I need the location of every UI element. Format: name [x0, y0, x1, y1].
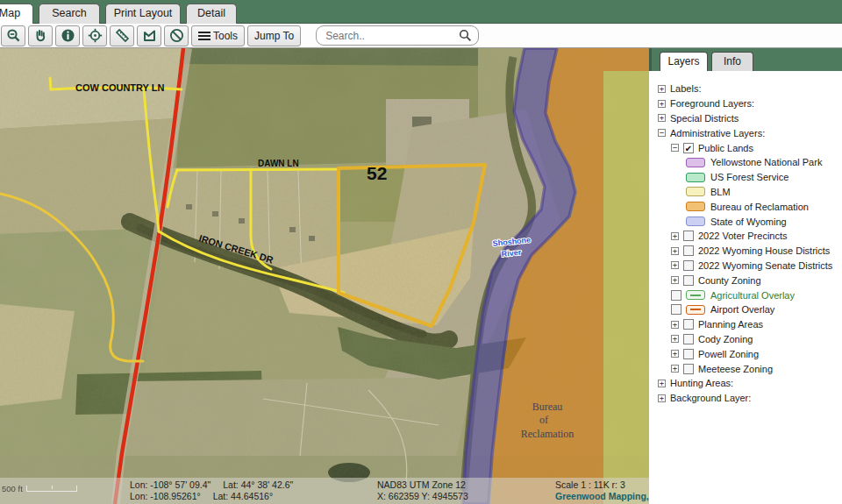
layer-row-special-districts[interactable]: +Special Districts [658, 111, 842, 126]
layer-row-planning-areas[interactable]: +Planning Areas [658, 317, 842, 332]
menu-icon [198, 31, 210, 41]
expand-toggle-icon[interactable]: + [671, 365, 679, 373]
measure-area-button[interactable] [137, 25, 161, 46]
measure-distance-button[interactable] [110, 25, 134, 46]
layer-row-2022-wyoming-house-districts[interactable]: +2022 Wyoming House Districts [658, 244, 842, 259]
layer-row-yellowstone-national-park[interactable]: Yellowstone National Park [658, 155, 842, 170]
road-label-dawn: DAWN LN [258, 159, 299, 168]
tab-map[interactable]: Map [0, 4, 33, 24]
expand-toggle-icon[interactable]: + [671, 247, 679, 255]
layer-tree: +Labels:+Foreground Layers:+Special Dist… [649, 71, 842, 406]
search-input[interactable] [316, 25, 479, 46]
scale-info: Scale 1 : 11K r: 3 Greenwood Mapping, In… [555, 479, 649, 502]
map-toolbar: Tools Jump To [0, 24, 842, 48]
dawn-ln-road [177, 169, 339, 170]
panel-tab-info[interactable]: Info [711, 52, 753, 71]
jump-to-button[interactable]: Jump To [247, 25, 301, 46]
expand-toggle-icon[interactable]: + [658, 394, 666, 402]
expand-toggle-icon[interactable]: + [658, 100, 666, 108]
map-viewport[interactable]: COW COUNTRY LN DAWN LN 52 IRON CREEK DR … [0, 48, 649, 504]
layer-row-agricultural-overlay[interactable]: Agricultural Overlay [658, 287, 842, 302]
expand-toggle-icon[interactable]: + [658, 380, 666, 387]
search-icon[interactable] [459, 29, 472, 42]
layer-label: Powell Zoning [698, 349, 759, 359]
layer-row-meeteese-zoning[interactable]: +Meeteese Zoning [658, 361, 842, 376]
layer-label: State of Wyoming [710, 217, 787, 227]
road-label-cow-country: COW COUNTRY LN [75, 82, 164, 93]
layer-label: Special Districts [670, 113, 739, 124]
layer-row-background-layer[interactable]: +Background Layer: [658, 391, 842, 406]
target-icon [88, 28, 103, 43]
identify-button[interactable] [55, 25, 80, 46]
layer-row-labels[interactable]: +Labels: [658, 82, 842, 96]
layer-row-2022-wyoming-senate-districts[interactable]: +2022 Wyoming Senate Districts [658, 259, 842, 273]
pan-button[interactable] [28, 25, 53, 46]
map-status-bar: 500 ft Lon: -108° 57' 09.4"Lat: 44° 38' … [0, 478, 649, 504]
legend-swatch [686, 217, 705, 226]
clear-selection-button[interactable] [164, 25, 189, 46]
layer-row-blm[interactable]: BLM [658, 185, 842, 200]
layer-row-public-lands[interactable]: −✔Public Lands [658, 140, 842, 155]
layer-row-2022-voter-precincts[interactable]: +2022 Voter Precincts [658, 229, 842, 244]
layer-row-bureau-of-reclamation[interactable]: Bureau of Reclamation [658, 199, 842, 214]
layer-checkbox[interactable] [683, 260, 694, 271]
layer-row-powell-zoning[interactable]: +Powell Zoning [658, 346, 842, 361]
tools-button-label: Tools [213, 30, 238, 42]
panel-header: Layers Info [649, 48, 842, 71]
layer-checkbox[interactable] [683, 231, 694, 241]
layer-label: Public Lands [698, 143, 753, 153]
layer-checkbox[interactable] [683, 364, 694, 374]
scale-bar-graphic [26, 486, 77, 492]
expand-toggle-icon[interactable]: + [671, 276, 679, 284]
tools-button[interactable]: Tools [191, 25, 245, 46]
app-window: Map Search Print Layout Detail [0, 0, 842, 504]
panel-tab-layers[interactable]: Layers [660, 52, 708, 71]
legend-swatch [686, 202, 705, 211]
scale-bar-label: 500 ft [2, 484, 23, 493]
brand-credit: Greenwood Mapping, Inc. [555, 491, 649, 502]
expand-toggle-icon[interactable]: − [658, 129, 666, 137]
layer-label: Hunting Areas: [670, 378, 733, 388]
expand-toggle-icon[interactable]: + [671, 350, 679, 358]
layer-checkbox[interactable] [671, 304, 681, 315]
layer-label: Meeteese Zoning [698, 364, 773, 374]
layer-checkbox[interactable] [683, 349, 694, 359]
layer-row-administrative-layers[interactable]: −Administrative Layers: [658, 125, 842, 140]
layer-row-hunting-areas[interactable]: +Hunting Areas: [658, 376, 842, 391]
info-icon [61, 28, 75, 43]
legend-swatch [686, 290, 705, 300]
layer-row-county-zoning[interactable]: +County Zoning [658, 273, 842, 287]
search-box [316, 25, 479, 46]
expand-toggle-icon[interactable]: + [671, 232, 679, 240]
layer-checkbox[interactable] [683, 319, 694, 330]
layer-label: County Zoning [698, 275, 761, 286]
tab-search[interactable]: Search [39, 4, 100, 24]
layer-row-state-of-wyoming[interactable]: State of Wyoming [658, 214, 842, 229]
layer-label: Airport Overlay [710, 304, 774, 315]
layer-checkbox[interactable] [683, 245, 694, 256]
layer-row-us-forest-service[interactable]: US Forest Service [658, 170, 842, 185]
tab-print-layout[interactable]: Print Layout [105, 4, 181, 24]
layer-label: BLM [710, 187, 731, 197]
expand-toggle-icon[interactable]: + [671, 261, 679, 269]
svg-text:Bureau: Bureau [532, 401, 563, 413]
cancel-icon [169, 28, 184, 43]
expand-toggle-icon[interactable]: + [658, 85, 666, 93]
layer-row-foreground-layers[interactable]: +Foreground Layers: [658, 96, 842, 111]
layer-checkbox[interactable] [683, 275, 694, 286]
layer-label: Planning Areas [698, 319, 763, 330]
magnifier-minus-icon [6, 28, 21, 43]
expand-toggle-icon[interactable]: + [671, 321, 679, 329]
layer-row-cody-zoning[interactable]: +Cody Zoning [658, 332, 842, 347]
layer-checkbox[interactable] [671, 290, 681, 301]
tab-detail[interactable]: Detail [186, 4, 237, 24]
expand-toggle-icon[interactable]: − [671, 144, 679, 152]
layer-row-airport-overlay[interactable]: Airport Overlay [658, 302, 842, 317]
expand-toggle-icon[interactable]: + [658, 114, 666, 122]
expand-toggle-icon[interactable]: + [671, 335, 679, 343]
zoom-out-button[interactable] [1, 25, 25, 46]
layer-checkbox[interactable]: ✔ [683, 143, 694, 153]
layer-label: Administrative Layers: [670, 128, 765, 138]
layer-checkbox[interactable] [683, 334, 694, 344]
center-map-button[interactable] [82, 25, 107, 46]
